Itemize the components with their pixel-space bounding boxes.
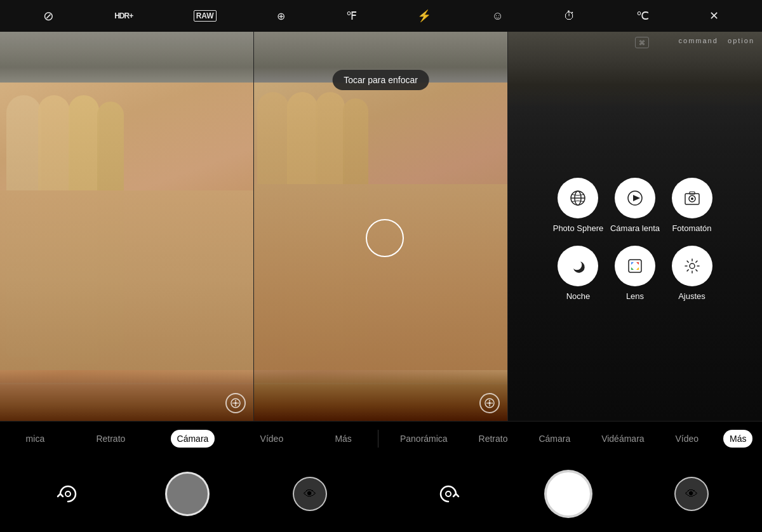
rotate-camera-right[interactable] — [434, 480, 462, 508]
mode-icon-settings — [672, 246, 712, 286]
zoom-icon-middle[interactable] — [479, 393, 500, 413]
mode-item-night[interactable]: Noche — [553, 246, 604, 301]
right-tab-vídeo[interactable]: Vídeo — [669, 430, 705, 448]
mode-label-lens: Lens — [626, 291, 644, 301]
mode-label-photo-sphere: Photo Sphere — [553, 223, 604, 233]
timer-off-icon[interactable]: ⏱ — [564, 10, 575, 23]
mode-icon-slow-motion — [615, 178, 655, 218]
svg-rect-21 — [629, 260, 641, 272]
right-tab-cámara[interactable]: Cámara — [532, 430, 577, 448]
shutter-button-right[interactable] — [544, 470, 592, 518]
shutter-button-left[interactable] — [165, 472, 210, 516]
svg-marker-16 — [633, 195, 640, 201]
mode-icon-night — [558, 246, 598, 286]
main-content: Tocar para enfocar command option ⌘ — [0, 32, 762, 421]
shutter-area: 👁 👁 — [0, 456, 762, 532]
top-status-bar: ⊘ HDR+ RAW ⊕ ℉ ⚡ ☺ ⏱ ℃ ✕ — [0, 0, 762, 32]
svg-point-20 — [691, 197, 693, 200]
hdr-icon[interactable]: HDR+ — [114, 11, 133, 20]
left-tab-mica[interactable]: mica — [20, 430, 51, 448]
mode-icon-photobooth — [672, 178, 712, 218]
left-shutter-section: 👁 — [0, 472, 381, 516]
left-camera-panel[interactable] — [0, 32, 254, 421]
flash-off-icon[interactable]: ⚡ — [417, 9, 431, 23]
toast-text: Tocar para enfocar — [344, 75, 418, 85]
focus-ring[interactable] — [366, 219, 404, 257]
right-tab-más[interactable]: Más — [723, 430, 752, 448]
mode-grid: Photo SphereCámara lentaFotomatónNocheLe… — [540, 178, 730, 301]
svg-point-22 — [690, 263, 695, 269]
right-tab-panorámica[interactable]: Panorámica — [394, 430, 454, 448]
svg-point-24 — [446, 491, 451, 496]
mode-item-slow-motion[interactable]: Cámara lenta — [610, 178, 660, 233]
svg-point-1 — [234, 402, 237, 404]
mode-item-photobooth[interactable]: Fotomatón — [667, 178, 718, 233]
flash-off2-icon[interactable]: ✕ — [709, 9, 719, 23]
mode-label-slow-motion: Cámara lenta — [610, 223, 660, 233]
zoom-icon-left[interactable] — [225, 393, 246, 413]
left-tabs: micaRetratoCámaraVídeoMás — [0, 430, 378, 448]
mode-item-lens[interactable]: Lens — [610, 246, 660, 301]
thumbnail-right[interactable]: 👁 — [674, 477, 709, 511]
mode-label-settings: Ajustes — [678, 291, 705, 301]
right-tab-vidéámara[interactable]: Vidéámara — [595, 430, 650, 448]
mode-item-settings[interactable]: Ajustes — [667, 246, 718, 301]
mode-label-photobooth: Fotomatón — [672, 223, 711, 233]
temp2-icon[interactable]: ℃ — [636, 9, 649, 23]
right-tabs: PanorámicaRetratoCámaraVidéámaraVídeoMás — [378, 430, 763, 448]
left-tab-cámara[interactable]: Cámara — [171, 430, 215, 448]
selfie-timer-icon[interactable]: ☺ — [491, 10, 503, 23]
left-tab-vídeo[interactable]: Vídeo — [254, 430, 290, 448]
right-shutter-section: 👁 — [381, 470, 762, 518]
middle-camera-panel[interactable]: Tocar para enfocar — [254, 32, 508, 421]
svg-point-7 — [488, 402, 491, 404]
rotate-camera-left[interactable] — [54, 480, 82, 508]
toast-tooltip: Tocar para enfocar — [332, 70, 429, 90]
mode-icon-photo-sphere — [558, 178, 598, 218]
svg-point-23 — [65, 491, 70, 496]
mode-item-photo-sphere[interactable]: Photo Sphere — [553, 178, 604, 233]
auto-icon[interactable]: ⊕ — [277, 10, 285, 22]
thumbnail-left[interactable]: 👁 — [293, 477, 327, 511]
temperature-icon[interactable]: ℉ — [346, 9, 357, 23]
mode-label-night: Noche — [566, 291, 591, 301]
left-tab-retrato[interactable]: Retrato — [90, 430, 131, 448]
bottom-mode-tabs: micaRetratoCámaraVídeoMás PanorámicaRetr… — [0, 421, 762, 456]
mode-icon-lens — [615, 246, 655, 286]
no-timer-icon[interactable]: ⊘ — [43, 8, 54, 23]
raw-icon[interactable]: RAW — [194, 10, 217, 22]
right-mode-panel: command option ⌘ Photo SphereCámara lent… — [508, 32, 762, 421]
left-tab-más[interactable]: Más — [328, 430, 358, 448]
right-tab-retrato[interactable]: Retrato — [472, 430, 514, 448]
